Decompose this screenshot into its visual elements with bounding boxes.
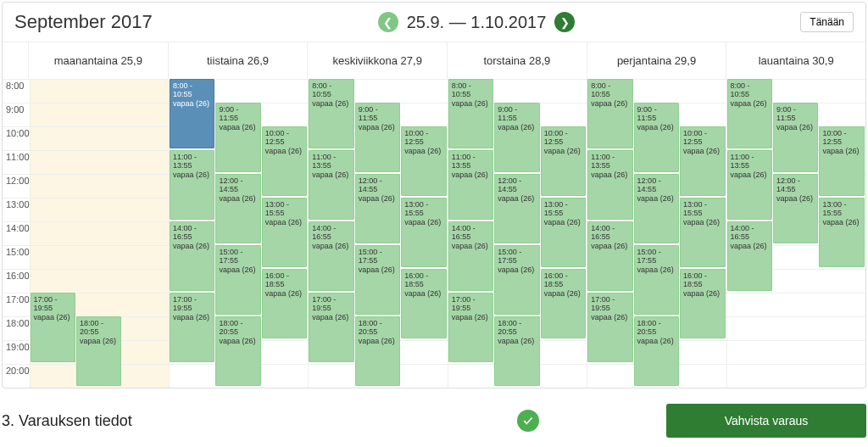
slot-status: vapaa (26): [498, 123, 536, 131]
time-slot[interactable]: 10:00 - 12:55vapaa (26): [819, 126, 864, 196]
day-header: torstaina 28,9: [447, 42, 587, 79]
time-slot[interactable]: 11:00 - 13:55vapaa (26): [448, 150, 493, 220]
time-slot[interactable]: 12:00 - 14:55vapaa (26): [215, 174, 260, 243]
time-slot[interactable]: 9:00 - 11:55vapaa (26): [773, 103, 818, 172]
slot-status: vapaa (26): [452, 242, 490, 250]
slot-time: 14:00 - 16:55: [591, 224, 629, 242]
slot-time: 15:00 - 17:55: [498, 248, 536, 265]
slot-time: 14:00 - 16:55: [312, 224, 350, 242]
time-slot[interactable]: 18:00 - 20:55vapaa (26): [76, 316, 121, 386]
time-slot[interactable]: 10:00 - 12:55vapaa (26): [401, 126, 446, 196]
time-slot[interactable]: 18:00 - 20:55vapaa (26): [634, 316, 679, 386]
time-slot[interactable]: 15:00 - 17:55vapaa (26): [355, 245, 400, 315]
slot-status: vapaa (26): [359, 123, 397, 131]
time-slot[interactable]: 12:00 - 14:55vapaa (26): [355, 174, 400, 243]
slot-time: 12:00 - 14:55: [637, 176, 676, 194]
day-header: tiistaina 26,9: [168, 42, 308, 79]
time-slot[interactable]: 16:00 - 18:55vapaa (26): [262, 269, 307, 338]
slot-status: vapaa (26): [776, 123, 815, 131]
time-slot[interactable]: 16:00 - 18:55vapaa (26): [680, 269, 725, 338]
time-slot[interactable]: 13:00 - 15:55vapaa (26): [401, 198, 446, 267]
slot-status: vapaa (26): [544, 218, 582, 226]
time-slot[interactable]: 10:00 - 12:55vapaa (26): [262, 126, 307, 196]
time-slot[interactable]: 8:00 - 10:55vapaa (26): [587, 79, 632, 148]
time-slot[interactable]: 14:00 - 16:55vapaa (26): [170, 221, 214, 291]
time-slot[interactable]: 13:00 - 15:55vapaa (26): [262, 198, 307, 267]
time-slot[interactable]: 10:00 - 12:55vapaa (26): [680, 126, 725, 196]
time-slot[interactable]: 14:00 - 16:55vapaa (26): [587, 221, 632, 291]
slot-status: vapaa (26): [452, 99, 490, 108]
slot-status: vapaa (26): [359, 337, 397, 345]
time-slot[interactable]: 14:00 - 16:55vapaa (26): [309, 221, 353, 291]
time-slot[interactable]: 14:00 - 16:55vapaa (26): [727, 221, 772, 291]
time-slot[interactable]: 13:00 - 15:55vapaa (26): [819, 198, 864, 267]
calendar-grid: maanantaina 25,9tiistaina 26,9keskiviikk…: [3, 42, 865, 388]
slot-time: 8:00 - 10:55: [173, 81, 211, 99]
slot-time: 13:00 - 15:55: [683, 200, 721, 218]
time-slot[interactable]: 16:00 - 18:55vapaa (26): [401, 269, 446, 338]
slot-status: vapaa (26): [404, 147, 442, 155]
time-slot[interactable]: 12:00 - 14:55vapaa (26): [494, 174, 539, 243]
time-slot[interactable]: 12:00 - 14:55vapaa (26): [773, 174, 818, 243]
time-slot[interactable]: 17:00 - 19:55vapaa (26): [31, 293, 75, 362]
time-slot[interactable]: 11:00 - 13:55vapaa (26): [170, 150, 214, 220]
time-slot[interactable]: 11:00 - 13:55vapaa (26): [309, 150, 353, 220]
time-slot[interactable]: 8:00 - 10:55vapaa (26): [170, 79, 214, 148]
time-slot[interactable]: 15:00 - 17:55vapaa (26): [494, 245, 539, 315]
slot-status: vapaa (26): [219, 194, 257, 203]
hour-label: 18:00: [3, 316, 30, 340]
slot-status: vapaa (26): [637, 337, 676, 345]
confirm-button[interactable]: Vahvista varaus: [666, 404, 866, 438]
time-slot[interactable]: 17:00 - 19:55vapaa (26): [448, 293, 493, 362]
slot-status: vapaa (26): [452, 313, 490, 321]
slot-time: 10:00 - 12:55: [683, 129, 721, 147]
time-slot[interactable]: 9:00 - 11:55vapaa (26): [355, 103, 400, 172]
slot-status: vapaa (26): [173, 170, 211, 179]
slot-status: vapaa (26): [822, 218, 860, 226]
slot-time: 15:00 - 17:55: [219, 248, 257, 265]
time-slot[interactable]: 18:00 - 20:55vapaa (26): [215, 316, 260, 386]
time-slot[interactable]: 9:00 - 11:55vapaa (26): [494, 103, 539, 172]
time-slot[interactable]: 15:00 - 17:55vapaa (26): [634, 245, 679, 315]
time-slot[interactable]: 18:00 - 20:55vapaa (26): [494, 316, 539, 386]
time-slot[interactable]: 8:00 - 10:55vapaa (26): [727, 79, 772, 148]
hour-label: 16:00: [3, 269, 30, 293]
slot-time: 10:00 - 12:55: [265, 129, 303, 147]
slot-time: 10:00 - 12:55: [544, 129, 582, 147]
time-slot[interactable]: 10:00 - 12:55vapaa (26): [541, 126, 586, 196]
time-slot[interactable]: 14:00 - 16:55vapaa (26): [448, 221, 493, 291]
slot-time: 14:00 - 16:55: [452, 224, 490, 242]
time-slot[interactable]: 9:00 - 11:55vapaa (26): [215, 103, 260, 172]
time-slot[interactable]: 9:00 - 11:55vapaa (26): [634, 103, 679, 172]
time-slot[interactable]: 18:00 - 20:55vapaa (26): [355, 316, 400, 386]
slot-status: vapaa (26): [637, 265, 676, 274]
time-slot[interactable]: 12:00 - 14:55vapaa (26): [634, 174, 679, 243]
slot-status: vapaa (26): [498, 265, 536, 274]
slot-status: vapaa (26): [544, 289, 582, 298]
time-slot[interactable]: 13:00 - 15:55vapaa (26): [541, 198, 586, 267]
slot-status: vapaa (26): [683, 289, 721, 298]
next-week-button[interactable]: ❯: [554, 12, 575, 32]
time-slot[interactable]: 8:00 - 10:55vapaa (26): [448, 79, 493, 148]
time-slot[interactable]: 11:00 - 13:55vapaa (26): [727, 150, 772, 220]
slot-time: 18:00 - 20:55: [219, 319, 257, 337]
slot-status: vapaa (26): [591, 170, 629, 179]
day-column: 17:00 - 19:55vapaa (26)18:00 - 20:55vapa…: [30, 79, 169, 388]
slot-status: vapaa (26): [731, 99, 769, 108]
time-slot[interactable]: 11:00 - 13:55vapaa (26): [587, 150, 632, 220]
today-button[interactable]: Tänään: [800, 12, 854, 32]
time-slot[interactable]: 15:00 - 17:55vapaa (26): [215, 245, 260, 315]
time-slot[interactable]: 16:00 - 18:55vapaa (26): [541, 269, 586, 338]
time-slot[interactable]: 17:00 - 19:55vapaa (26): [170, 293, 214, 362]
time-slot[interactable]: 17:00 - 19:55vapaa (26): [309, 293, 353, 362]
prev-week-button[interactable]: ❮: [378, 12, 398, 32]
slot-status: vapaa (26): [265, 289, 303, 298]
slot-status: vapaa (26): [173, 313, 211, 321]
time-slot[interactable]: 13:00 - 15:55vapaa (26): [680, 198, 725, 267]
grid-body: 8:009:0010:0011:0012:0013:0014:0015:0016…: [3, 79, 865, 388]
time-slot[interactable]: 8:00 - 10:55vapaa (26): [309, 79, 353, 148]
slot-time: 18:00 - 20:55: [637, 319, 676, 337]
slot-status: vapaa (26): [312, 313, 350, 321]
slot-time: 9:00 - 11:55: [219, 105, 257, 123]
time-slot[interactable]: 17:00 - 19:55vapaa (26): [587, 293, 632, 362]
